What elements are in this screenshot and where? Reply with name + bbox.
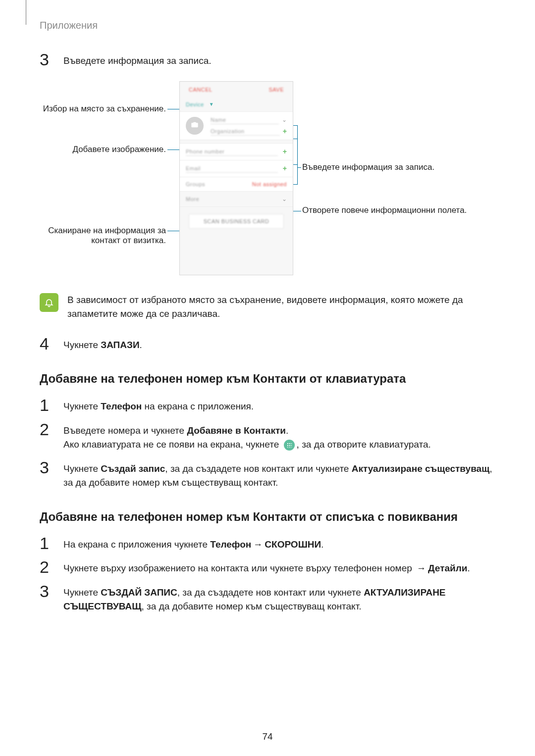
more-label: More [186,196,199,202]
text: Ако клавиатурата не се появи на екрана, … [63,439,282,450]
step-text: Въведете номера и чукнете Добавяне в Кон… [63,421,431,452]
bold-text: Телефон [210,539,251,550]
plus-icon[interactable]: + [283,148,287,155]
text: Чукнете [63,587,101,598]
avatar-placeholder[interactable] [186,117,204,135]
text: на екрана с приложения. [142,401,254,411]
chevron-down-icon: ▼ [209,101,214,107]
scan-business-card-button[interactable]: SCAN BUSINESS CARD [189,214,284,229]
arrow-right-icon: → [253,538,263,552]
email-row[interactable]: Email + [180,160,293,177]
bell-icon [40,293,58,312]
step-4: 4 Чукнете ЗАПАЗИ. [40,335,495,353]
bold-text: ЗАПАЗИ [101,340,139,350]
callout-enter: Въведете информация за записа. [302,162,471,172]
callout-line [297,125,298,185]
text: Чукнете [63,401,101,411]
text: Чукнете [63,340,101,350]
phone-field[interactable]: Phone number [186,148,278,156]
bold-text: Телефон [101,401,142,411]
plus-icon[interactable]: + [283,164,287,172]
arrow-right-icon: → [417,561,426,576]
organization-field[interactable]: Organization [211,127,280,136]
text: , за да създадете нов контакт или чукнет… [165,463,351,474]
name-field[interactable]: Name [211,116,279,124]
step-text: На екрана с приложения чукнете Телефон →… [63,535,323,552]
step-number: 3 [40,583,54,600]
text: Чукнете [63,463,101,474]
more-fields-row[interactable]: More ⌄ [180,192,293,207]
callout-storage: Избор на място за съхранение. [40,104,166,114]
callout-more: Отворете повече информационни полета. [302,205,471,215]
step-text: Чукнете Създай запис, за да създадете но… [63,459,495,490]
save-button[interactable]: SAVE [268,87,284,93]
callout-scan: Сканиране на информация за контакт от ви… [40,226,166,246]
text: . [467,563,470,573]
bold-text: Създай запис [101,463,165,474]
bold-text: Детайли [428,563,467,573]
text: , за да отворите клавиатурата. [297,439,431,450]
note-text: В зависимост от избраното място за съхра… [67,293,495,321]
step-number: 1 [40,535,54,552]
step-number: 1 [40,397,54,413]
email-field[interactable]: Email [186,164,278,173]
step-number: 4 [40,335,54,352]
note-box: В зависимост от избраното място за съхра… [40,293,495,321]
step-number: 3 [40,51,54,68]
heading-add-from-keypad: Добавяне на телефонен номер към Контакти… [40,372,495,386]
secB-step-2: 2 Чукнете върху изображението на контакт… [40,558,495,576]
text: . [140,340,142,350]
cancel-button[interactable]: CANCEL [189,87,213,93]
chevron-down-icon[interactable]: ⌄ [282,116,287,123]
text: . [321,539,323,550]
text: . [286,425,288,436]
bold-text: Актуализиране съществуващ [352,463,489,474]
secA-step-2: 2 Въведете номера и чукнете Добавяне в К… [40,421,495,452]
chevron-down-icon: ⌄ [282,196,287,202]
secA-step-1: 1 Чукнете Телефон на екрана с приложения… [40,397,495,414]
contact-form-diagram: Избор на място за съхранение. Добавете и… [40,80,495,278]
groups-value: Not assigned [252,181,287,187]
groups-label: Groups [186,181,205,187]
bold-text: Добавяне в Контакти [187,425,286,436]
step-text: Чукнете СЪЗДАЙ ЗАПИС, за да създадете но… [63,583,495,614]
phone-number-row[interactable]: Phone number + [180,144,293,160]
groups-row[interactable]: Groups Not assigned [180,177,293,191]
camera-icon [191,121,199,130]
step-text: Чукнете върху изображението на контакта … [63,558,470,576]
storage-selector[interactable]: Device ▼ [180,98,293,111]
phone-mockup: CANCEL SAVE Device ▼ Name [179,81,293,275]
step-number: 2 [40,558,54,575]
step-text: Чукнете Телефон на екрана с приложения. [63,397,254,414]
step-number: 2 [40,421,54,438]
callout-image: Добавете изображение. [40,145,166,154]
margin-rule [26,0,26,25]
text: Чукнете върху изображението на контакта … [63,563,415,573]
storage-label: Device [186,101,204,107]
callout-line [297,167,301,168]
page-number: 74 [0,731,535,742]
text: Въведете номера и чукнете [63,425,187,436]
step-text: Чукнете ЗАПАЗИ. [63,335,142,353]
secA-step-3: 3 Чукнете Създай запис, за да създадете … [40,459,495,490]
secB-step-1: 1 На екрана с приложения чукнете Телефон… [40,535,495,552]
section-label: Приложения [40,20,495,31]
secB-step-3: 3 Чукнете СЪЗДАЙ ЗАПИС, за да създадете … [40,583,495,614]
step-3: 3 Въведете информация за записа. [40,51,495,68]
step-number: 3 [40,459,54,476]
text: На екрана с приложения чукнете [63,539,210,550]
phone-topbar: CANCEL SAVE [180,82,293,98]
bold-text: СКОРОШНИ [265,539,321,550]
step-text: Въведете информация за записа. [63,51,212,68]
text: , за да създадете нов контакт или чукнет… [177,587,364,598]
plus-icon[interactable]: + [283,127,287,135]
bold-text: СЪЗДАЙ ЗАПИС [101,587,177,598]
text: , за да добавите номер към съществуващ к… [142,601,362,611]
heading-add-from-call-log: Добавяне на телефонен номер към Контакти… [40,510,495,524]
callout-line [292,211,301,211]
keypad-icon [284,440,295,451]
callout-line [167,231,179,231]
